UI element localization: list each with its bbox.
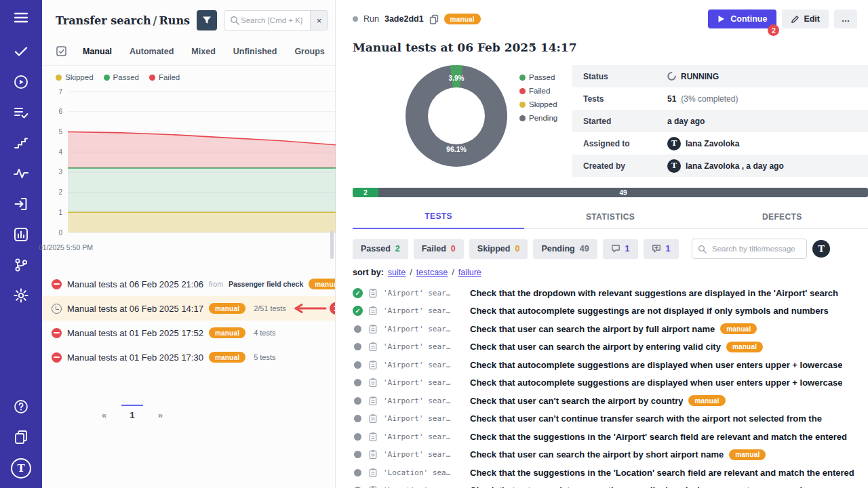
chip-count: 1 — [625, 244, 630, 253]
runs-icon[interactable] — [11, 73, 31, 92]
import-icon[interactable] — [11, 195, 31, 214]
test-list-item[interactable]: 'Airport' sear… Check that autocomplete … — [353, 356, 868, 374]
more-actions-button[interactable]: … — [834, 9, 857, 28]
sort-by-suite-link[interactable]: suite — [388, 268, 406, 277]
app-logo[interactable]: T — [11, 458, 31, 479]
runs-tab[interactable]: Unfinished — [233, 47, 277, 56]
pagination-prev-button[interactable]: « — [102, 405, 106, 420]
pagination-page-1[interactable]: 1 — [121, 405, 142, 420]
copy-icon[interactable] — [429, 14, 439, 24]
chip-label: Passed — [361, 244, 391, 253]
legend-dot-icon — [519, 115, 526, 121]
info-row-assigned: Assigned to T Iana Zavoloka — [572, 132, 868, 155]
status-value: RUNNING — [681, 72, 719, 81]
annotation-badge: 2 — [768, 24, 779, 36]
tab-tests[interactable]: TESTS — [353, 205, 524, 229]
settings-icon[interactable] — [11, 286, 31, 305]
test-list-item[interactable]: 'Airport' sear… Check that user can't se… — [353, 392, 868, 410]
comments-filter-chip[interactable]: 1 — [603, 239, 638, 259]
breadcrumb-project[interactable]: Transfer search — [56, 14, 151, 27]
search-clear-button[interactable]: × — [310, 11, 328, 30]
legend-label: Failed — [159, 73, 180, 81]
status-filter-chip[interactable]: Skipped 0 — [469, 239, 528, 259]
pagination-next-button[interactable]: » — [158, 405, 163, 420]
test-list-item[interactable]: 'Location' sea… Check that autocomplete … — [353, 482, 868, 488]
runs-list: Manual tests at 06 Feb 2025 21:06 from P… — [42, 272, 335, 369]
run-list-item[interactable]: Manual tests at 01 Feb 2025 17:30 manual… — [42, 345, 335, 369]
run-list-item[interactable]: Manual tests at 06 Feb 2025 21:06 from P… — [42, 272, 335, 296]
testcase-icon — [368, 468, 378, 478]
branches-icon[interactable] — [11, 256, 31, 274]
breadcrumb-separator: / — [151, 14, 159, 27]
runs-tab[interactable]: Mixed — [191, 47, 215, 56]
test-list-item[interactable]: 'Airport' sear… Check that autocomplete … — [353, 302, 868, 321]
test-suite-name: 'Airport' sear… — [383, 289, 465, 298]
panel-scrollbar[interactable] — [330, 230, 334, 259]
info-label: Created by — [583, 161, 667, 171]
tests-filter-row: Passed 2 Failed 0 Skipped 0 Pending 49 1… — [353, 239, 868, 259]
tests-icon[interactable] — [11, 42, 31, 61]
legend-item: Skipped — [56, 73, 94, 81]
stacked-area-chart: 76543210 — [42, 85, 336, 243]
docs-icon[interactable] — [11, 428, 31, 447]
run-list-item[interactable]: Manual tests at 01 Feb 2025 17:52 manual… — [42, 321, 335, 345]
run-title: Manual tests at 06 Feb 2025 21:06 — [67, 279, 203, 289]
test-title: Check that the suggestions in the 'Locat… — [470, 468, 854, 478]
tests-search-input[interactable] — [711, 244, 806, 253]
legend-dot-icon — [56, 75, 62, 81]
sort-by-failure-link[interactable]: failure — [458, 268, 481, 277]
pulse-icon[interactable] — [11, 164, 31, 183]
sort-by-testcase-link[interactable]: testcase — [416, 268, 448, 277]
comment-add-filter-chip[interactable]: 1 — [644, 239, 679, 259]
manual-badge: manual — [444, 14, 481, 24]
runs-tab[interactable]: Groups — [294, 47, 324, 56]
analytics-icon[interactable] — [11, 225, 31, 244]
run-detail-tabs: TESTS STATISTICS DEFECTS — [353, 205, 868, 229]
runs-tab[interactable]: Automated — [130, 47, 174, 56]
continue-button[interactable]: Continue 2 — [708, 9, 776, 28]
svg-text:7: 7 — [58, 88, 62, 96]
legend-label: Skipped — [529, 100, 557, 108]
menu-icon[interactable] — [11, 8, 31, 27]
test-list-item[interactable]: 'Airport' sear… Check that user can't co… — [353, 410, 868, 428]
select-all-icon[interactable] — [56, 45, 68, 58]
filter-button[interactable] — [197, 10, 217, 30]
progress-segment: 2 — [353, 188, 378, 197]
runs-tab[interactable]: Manual — [83, 47, 112, 56]
edit-button[interactable]: Edit — [782, 9, 829, 28]
steps-icon[interactable] — [11, 134, 31, 152]
status-filter-chip[interactable]: Failed 0 — [414, 239, 464, 259]
test-list-item[interactable]: 'Airport' sear… Check that user can sear… — [353, 338, 868, 357]
test-list-item[interactable]: 'Location' sea… Check that the suggestio… — [353, 464, 868, 482]
testcase-icon — [368, 413, 378, 424]
created-by-value: Iana Zavoloka , a day ago — [686, 161, 784, 171]
edit-label: Edit — [804, 14, 820, 24]
status-filter-chip[interactable]: Passed 2 — [353, 239, 408, 259]
info-label: Tests — [583, 94, 667, 104]
test-list-item[interactable]: 'Airport' sear… Check that user can sear… — [353, 320, 868, 338]
assigned-to-value[interactable]: Iana Zavoloka — [686, 139, 739, 148]
testcase-icon — [368, 432, 378, 442]
run-id: 3ade2dd1 — [384, 14, 424, 24]
run-lists-icon[interactable] — [11, 103, 31, 122]
test-suite-name: 'Airport' sear… — [383, 342, 465, 351]
run-list-item-selected[interactable]: Manual tests at 06 Feb 2025 14:17 manual… — [42, 296, 335, 321]
test-list-item[interactable]: 'Airport' sear… Check that the dropdown … — [353, 284, 868, 302]
tab-statistics[interactable]: STATISTICS — [524, 205, 696, 228]
svg-text:6: 6 — [58, 108, 62, 115]
info-label: Started — [583, 117, 667, 126]
tab-defects[interactable]: DEFECTS — [696, 205, 868, 228]
user-avatar[interactable]: T — [812, 240, 830, 258]
legend-item: Failed — [519, 87, 563, 95]
help-icon[interactable] — [11, 397, 31, 416]
info-label: Assigned to — [583, 139, 667, 148]
test-list-item[interactable]: 'Airport' sear… Check that the suggestio… — [353, 428, 868, 446]
test-list-item[interactable]: 'Airport' sear… Check that autocomplete … — [353, 374, 868, 392]
legend-dot-icon — [149, 75, 155, 81]
run-from-plan[interactable]: Passenger field check — [229, 280, 303, 288]
test-list-item[interactable]: 'Airport' sear… Check that user can sear… — [353, 446, 868, 464]
chip-label: Pending — [541, 244, 574, 253]
runs-search-input[interactable] — [239, 16, 310, 25]
test-title: Check that user can search the airport b… — [470, 449, 724, 460]
status-filter-chip[interactable]: Pending 49 — [533, 239, 597, 259]
